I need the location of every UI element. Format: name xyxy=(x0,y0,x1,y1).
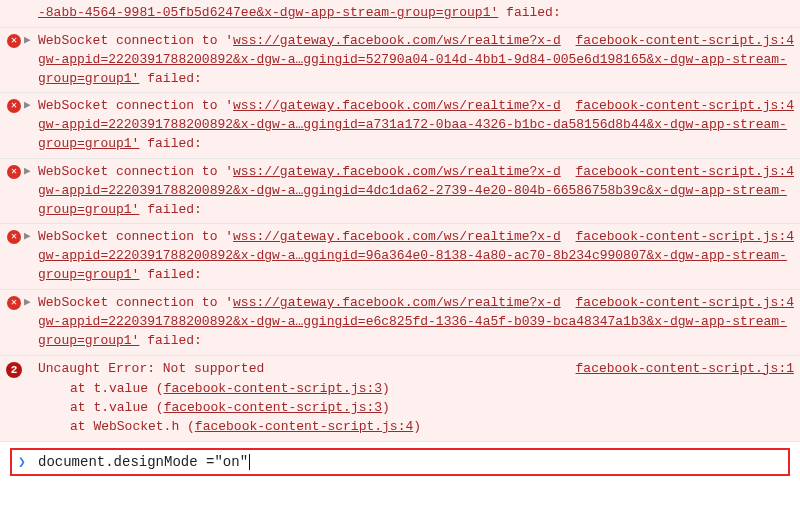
error-icon: ✕ xyxy=(7,230,21,244)
error-prefix: WebSocket connection to ' xyxy=(38,295,233,310)
source-link[interactable]: facebook-content-script.js:1 xyxy=(576,360,794,379)
error-tail: failed: xyxy=(498,5,560,20)
error-tail: failed: xyxy=(139,136,201,151)
error-body: facebook-content-script.js:4 WebSocket c… xyxy=(38,97,794,154)
expand-arrow-icon[interactable]: ▶ xyxy=(24,32,38,46)
console-panel: -8abb-4564-9981-05fb5d6247ee&x-dgw-app-s… xyxy=(0,0,800,476)
arrow-col xyxy=(24,360,38,361)
source-link[interactable]: facebook-content-script.js:4 xyxy=(576,228,794,247)
error-url[interactable]: -8abb-4564-9981-05fb5d6247ee&x-dgw-app-s… xyxy=(38,5,498,20)
console-error-row[interactable]: 2 facebook-content-script.js:1 Uncaught … xyxy=(0,356,800,442)
error-body: -8abb-4564-9981-05fb5d6247ee&x-dgw-app-s… xyxy=(38,4,794,23)
icon-col: ✕ xyxy=(4,228,24,244)
error-icon: ✕ xyxy=(7,296,21,310)
console-error-row[interactable]: ✕ ▶ facebook-content-script.js:4 WebSock… xyxy=(0,28,800,94)
error-body: facebook-content-script.js:4 WebSocket c… xyxy=(38,32,794,89)
error-tail: failed: xyxy=(139,333,201,348)
stack-trace: at t.value (facebook-content-script.js:3… xyxy=(38,380,794,437)
icon-col: ✕ xyxy=(4,163,24,179)
console-error-row[interactable]: -8abb-4564-9981-05fb5d6247ee&x-dgw-app-s… xyxy=(0,0,800,28)
expand-arrow-icon[interactable]: ▶ xyxy=(24,163,38,177)
arrow-col xyxy=(24,4,38,5)
error-body: facebook-content-script.js:4 WebSocket c… xyxy=(38,163,794,220)
prompt-value: document.designMode ="on" xyxy=(38,454,248,470)
stack-source-link[interactable]: facebook-content-script.js:3 xyxy=(164,381,382,396)
stack-source-link[interactable]: facebook-content-script.js:4 xyxy=(195,419,413,434)
prompt-input[interactable]: document.designMode ="on" xyxy=(34,454,782,470)
prompt-chevron-icon: ❯ xyxy=(18,454,34,470)
text-cursor xyxy=(249,454,250,470)
source-link[interactable]: facebook-content-script.js:4 xyxy=(576,163,794,182)
expand-arrow-icon[interactable]: ▶ xyxy=(24,228,38,242)
error-icon: ✕ xyxy=(7,99,21,113)
expand-arrow-icon[interactable]: ▶ xyxy=(24,97,38,111)
source-link[interactable]: facebook-content-script.js:4 xyxy=(576,32,794,51)
error-tail: failed: xyxy=(139,202,201,217)
icon-col xyxy=(4,4,24,6)
icon-col: 2 xyxy=(4,360,24,378)
icon-col: ✕ xyxy=(4,32,24,48)
console-prompt[interactable]: ❯ document.designMode ="on" xyxy=(10,448,790,476)
source-link[interactable]: facebook-content-script.js:4 xyxy=(576,294,794,313)
expand-arrow-icon[interactable]: ▶ xyxy=(24,294,38,308)
stack-source-link[interactable]: facebook-content-script.js:3 xyxy=(164,400,382,415)
error-icon: ✕ xyxy=(7,34,21,48)
icon-col: ✕ xyxy=(4,97,24,113)
stack-frame: at WebSocket.h (facebook-content-script.… xyxy=(38,418,794,437)
stack-frame: at t.value (facebook-content-script.js:3… xyxy=(38,399,794,418)
console-error-row[interactable]: ✕ ▶ facebook-content-script.js:4 WebSock… xyxy=(0,224,800,290)
console-error-row[interactable]: ✕ ▶ facebook-content-script.js:4 WebSock… xyxy=(0,159,800,225)
error-tail: failed: xyxy=(139,71,201,86)
console-error-row[interactable]: ✕ ▶ facebook-content-script.js:4 WebSock… xyxy=(0,93,800,159)
source-link[interactable]: facebook-content-script.js:4 xyxy=(576,97,794,116)
error-title: Uncaught Error: Not supported xyxy=(38,361,264,376)
error-body: facebook-content-script.js:4 WebSocket c… xyxy=(38,294,794,351)
error-body: facebook-content-script.js:1 Uncaught Er… xyxy=(38,360,794,437)
icon-col: ✕ xyxy=(4,294,24,310)
error-prefix: WebSocket connection to ' xyxy=(38,229,233,244)
error-count-badge: 2 xyxy=(6,362,22,378)
error-icon: ✕ xyxy=(7,165,21,179)
error-prefix: WebSocket connection to ' xyxy=(38,33,233,48)
console-error-row[interactable]: ✕ ▶ facebook-content-script.js:4 WebSock… xyxy=(0,290,800,356)
error-prefix: WebSocket connection to ' xyxy=(38,164,233,179)
stack-frame: at t.value (facebook-content-script.js:3… xyxy=(38,380,794,399)
error-tail: failed: xyxy=(139,267,201,282)
error-body: facebook-content-script.js:4 WebSocket c… xyxy=(38,228,794,285)
error-prefix: WebSocket connection to ' xyxy=(38,98,233,113)
